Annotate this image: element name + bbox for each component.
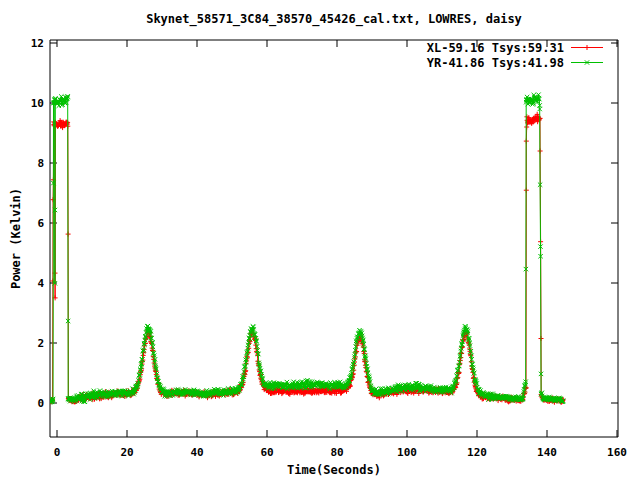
legend-marker-cross-icon	[571, 60, 603, 64]
x-tick-label: 120	[467, 446, 487, 459]
x-tick-label: 80	[330, 446, 343, 459]
series-line	[50, 114, 563, 402]
y-tick-label: 4	[37, 277, 44, 290]
x-tick-label: 0	[54, 446, 61, 459]
y-tick-label: 6	[37, 217, 44, 230]
y-tick-label: 10	[31, 97, 44, 110]
legend-sample-xl	[570, 42, 604, 53]
y-tick-label: 12	[31, 37, 44, 50]
gnuplot-figure: Skynet_58571_3C84_38570_45426_cal.txt, L…	[0, 0, 640, 480]
x-tick-label: 100	[397, 446, 417, 459]
x-tick-label: 60	[260, 446, 273, 459]
legend-marker-plus-icon	[571, 45, 603, 50]
x-tick-label: 20	[120, 446, 133, 459]
y-tick-label: 2	[37, 337, 44, 350]
x-tick-label: 140	[537, 446, 557, 459]
legend: XL-59.16 Tsys:59.31 YR-41.86 Tsys:41.98	[427, 40, 604, 70]
legend-sample-yr	[570, 57, 604, 68]
legend-entry-xl: XL-59.16 Tsys:59.31	[427, 40, 604, 55]
y-tick-label: 8	[37, 157, 44, 170]
legend-label-yr: YR-41.86 Tsys:41.98	[427, 56, 564, 70]
x-tick-label: 40	[190, 446, 203, 459]
series-xl	[48, 112, 566, 405]
y-tick-label: 0	[37, 397, 44, 410]
plot-canvas: 020406080100120140160024681012	[0, 0, 640, 480]
series-markers	[48, 112, 566, 405]
series-line	[50, 95, 563, 403]
x-tick-label: 160	[607, 446, 627, 459]
series-markers	[48, 93, 566, 405]
legend-entry-yr: YR-41.86 Tsys:41.98	[427, 55, 604, 70]
series-yr	[48, 93, 566, 405]
legend-label-xl: XL-59.16 Tsys:59.31	[427, 41, 564, 55]
